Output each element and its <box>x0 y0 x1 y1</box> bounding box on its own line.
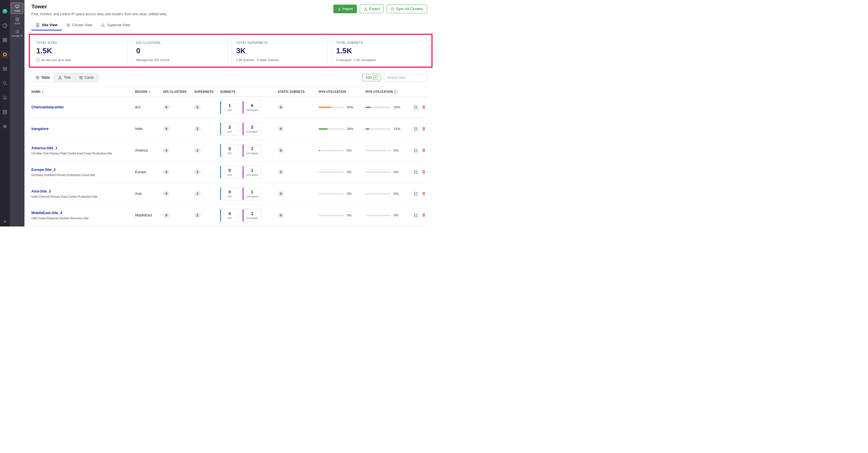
page-subtitle: Find, monitor, and control IP space acro… <box>31 12 167 16</box>
collapse-sidebar-button[interactable]: « <box>4 219 6 227</box>
export-button[interactable]: Export <box>360 5 384 13</box>
site-name-link[interactable]: Asia-Site_3 <box>31 189 132 193</box>
ipv4-bar <box>319 107 331 108</box>
supernets-badge: 5 <box>194 105 200 110</box>
delete-button[interactable] <box>422 148 426 153</box>
site-description: US-New-York-Primary-Data-Center-East-Coa… <box>31 152 132 155</box>
ipv6-utilization: 20% <box>363 106 409 109</box>
site-name-link[interactable]: bangalore <box>31 127 132 131</box>
column-header-name[interactable]: NAME <box>31 87 132 96</box>
column-header-subnets: SUBNETS <box>217 87 275 96</box>
region-value: MiddleEast <box>132 213 160 217</box>
edit-button[interactable] <box>413 170 418 174</box>
table-row: Europe-Site_2 Germany-Frankfurt-Primary-… <box>31 161 427 183</box>
ddi-clusters-badge: 0 <box>163 191 169 196</box>
column-header-ipv6-utilization: IPV6 UTILIZATION i <box>363 87 409 96</box>
site-name-link[interactable]: MiddleEast-Site_4 <box>31 211 132 215</box>
add-button[interactable]: Add ▾ <box>362 74 380 81</box>
ipv6-utilization: 0% <box>363 214 409 217</box>
sort-icon <box>149 90 150 93</box>
edit-button[interactable] <box>413 105 418 110</box>
tab-cluster-view[interactable]: Cluster View <box>62 20 97 31</box>
stat-label: TOTAL SITES <box>36 41 122 45</box>
region-value: India <box>132 127 160 131</box>
site-name-link[interactable]: Chennaidatacenter <box>31 105 132 109</box>
stat-label: DDI CLUSTERS <box>136 41 222 45</box>
sidebar-item-vlan[interactable]: VLAN <box>11 16 23 26</box>
column-header-region[interactable]: REGION <box>132 87 160 96</box>
column-header-ipv4-utilization: IPV4 UTILIZATION <box>316 87 363 96</box>
ipv6-bar <box>366 107 371 108</box>
edit-button[interactable] <box>413 191 418 196</box>
sidebar-item-manage-ip[interactable]: Manage IP <box>11 28 23 38</box>
subnet-unmapped-card: 1 Unmapped <box>243 166 261 179</box>
site-name-link[interactable]: Europe-Site_2 <box>31 168 132 172</box>
ddi-clusters-badge: 0 <box>163 213 169 218</box>
supernets-badge: 2 <box>194 191 200 196</box>
tower-icon <box>15 4 20 9</box>
subnet-ddi-card: 0 DDI <box>220 166 239 179</box>
table-row: bangalore India 0 2 2 DDI 2 Unmapped 0 3… <box>31 118 427 140</box>
delete-button[interactable] <box>422 105 426 110</box>
apps-grid-icon[interactable] <box>1 36 9 44</box>
tab-label: Cluster View <box>72 23 92 27</box>
notifications-bell-icon[interactable] <box>1 94 9 102</box>
dashboard-icon[interactable] <box>1 22 9 29</box>
view-toggle-table[interactable]: Table <box>32 73 54 82</box>
logo-icon[interactable] <box>1 7 9 15</box>
stat-card-ddi-clusters: DDI CLUSTERS 0 Managed by DDI Central <box>131 37 227 65</box>
stat-footnote-text: 1.5K Subnets · 0 Static Subnets <box>236 58 279 62</box>
column-header-supernets: SUPERNETS <box>191 87 217 96</box>
region-value: dc2 <box>132 105 160 109</box>
tab-site-view[interactable]: Site View <box>31 20 62 31</box>
view-toggle-cards[interactable]: Cards <box>75 73 98 82</box>
site-description: UAE-Dubai-Regional-Disaster-Recovery-Sit… <box>31 217 132 220</box>
ipv6-utilization: 0% <box>363 170 409 174</box>
import-button[interactable]: Import <box>333 5 357 13</box>
delete-button[interactable] <box>422 191 426 196</box>
edit-button[interactable] <box>413 148 418 153</box>
subnet-ddi-card: 0 DDI <box>220 187 239 200</box>
tab-supernet-view[interactable]: Supernet View <box>97 20 135 31</box>
icon-rail: « <box>0 0 10 227</box>
sync-all-clusters-button[interactable]: Sync All Clusters <box>386 5 427 13</box>
static-subnets-badge: 0 <box>278 105 284 110</box>
tab-label: Supernet View <box>107 23 130 27</box>
column-header-actions <box>409 89 427 94</box>
stat-label: TOTAL SUPERNETS <box>236 41 322 45</box>
ipam-active-icon[interactable] <box>1 51 9 58</box>
settings-gear-icon[interactable] <box>1 123 9 130</box>
sidebar-item-label: Manage IP <box>11 35 23 37</box>
database-icon[interactable] <box>1 108 9 116</box>
subnet-ddi-card: 0 DDI <box>220 209 239 222</box>
edit-button[interactable] <box>413 126 418 131</box>
search-audit-icon[interactable] <box>1 80 9 87</box>
static-subnets-badge: 0 <box>278 169 284 175</box>
view-toggle-tree[interactable]: Tree <box>54 73 75 82</box>
site-name-link[interactable]: America-Site_1 <box>31 146 132 150</box>
ipv4-utilization: 5% <box>316 149 363 152</box>
static-subnets-badge: 0 <box>278 213 284 218</box>
sidebar-item-tower[interactable]: Tower <box>11 3 23 14</box>
ddi-clusters-badge: 0 <box>163 126 169 132</box>
stat-value: 0 <box>136 47 222 55</box>
supernets-badge: 2 <box>194 169 200 175</box>
delete-button[interactable] <box>422 213 426 218</box>
sync-icon <box>391 7 394 11</box>
table-view-icon <box>36 76 39 80</box>
delete-button[interactable] <box>422 170 426 174</box>
cards-view-icon <box>79 76 83 80</box>
main-content: Tower Find, monitor, and control IP spac… <box>25 0 434 227</box>
ipv4-utilization: 0% <box>316 192 363 195</box>
search-input[interactable] <box>384 73 427 82</box>
delete-button[interactable] <box>422 126 426 131</box>
table-header-row: NAME REGION DDI CLUSTERS SUPERNETS SUBNE… <box>31 87 427 96</box>
stat-value: 1.5K <box>336 47 422 55</box>
region-value: Asia <box>132 192 160 196</box>
stat-card-total-sites: TOTAL SITES 1.5K i All sites are up to d… <box>31 37 127 65</box>
edit-button[interactable] <box>413 213 418 218</box>
servers-icon[interactable] <box>1 65 9 73</box>
stat-value: 3K <box>236 47 322 55</box>
download-icon <box>337 7 341 11</box>
supernets-badge: 2 <box>194 148 200 153</box>
